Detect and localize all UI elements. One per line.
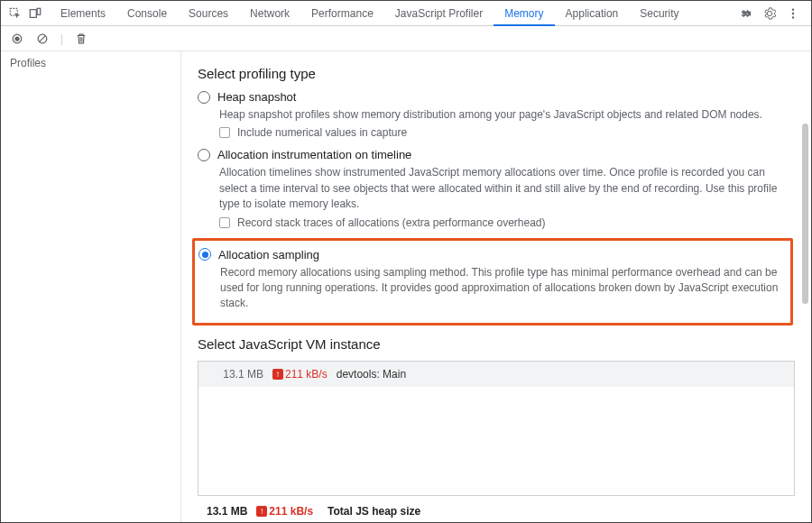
delete-icon[interactable]: [74, 32, 88, 46]
arrow-up-icon: ↑: [256, 506, 267, 517]
footer-mem: 13.1 MB: [207, 505, 247, 518]
main-content[interactable]: Select profiling type Heap snapshot Heap…: [181, 51, 811, 522]
kebab-menu-icon[interactable]: [786, 6, 800, 21]
more-tabs-icon[interactable]: [739, 6, 753, 21]
heap-summary-row: 13.1 MB ↑ 211 kB/s Total JS heap size: [207, 505, 795, 518]
devtools-window: Elements Console Sources Network Perform…: [0, 0, 812, 523]
profiles-sidebar: Profiles: [1, 51, 181, 522]
vm-instance-heading: Select JavaScript VM instance: [198, 336, 795, 352]
radio-heap-snapshot[interactable]: [198, 91, 210, 104]
vm-mem: 13.1 MB: [208, 368, 263, 381]
svg-point-5: [792, 16, 794, 18]
settings-gear-icon[interactable]: [762, 6, 777, 21]
svg-point-4: [792, 12, 794, 14]
radio-allocation-timeline[interactable]: [198, 149, 210, 161]
option-label[interactable]: Allocation sampling: [218, 248, 319, 262]
memory-toolbar: |: [1, 26, 811, 51]
device-toolbar-icon[interactable]: [28, 6, 42, 21]
tab-security[interactable]: Security: [629, 1, 689, 26]
panel-body: Profiles Select profiling type Heap snap…: [1, 51, 811, 522]
vm-instance-row[interactable]: 13.1 MB ↑ 211 kB/s devtools: Main: [198, 362, 794, 387]
tab-elements[interactable]: Elements: [50, 1, 116, 26]
footer-label: Total JS heap size: [328, 505, 420, 518]
svg-rect-1: [30, 9, 36, 17]
tab-sources[interactable]: Sources: [178, 1, 239, 26]
record-icon[interactable]: [10, 32, 24, 46]
sidebar-title: Profiles: [10, 57, 171, 69]
tab-console[interactable]: Console: [116, 1, 178, 26]
option-allocation-timeline: Allocation instrumentation on timeline A…: [198, 148, 795, 228]
vm-name: devtools: Main: [337, 368, 406, 381]
subopt-label[interactable]: Record stack traces of allocations (extr…: [237, 216, 546, 229]
option-desc: Heap snapshot profiles show memory distr…: [219, 107, 795, 123]
panel-tabbar: Elements Console Sources Network Perform…: [1, 1, 811, 26]
tab-memory[interactable]: Memory: [494, 1, 554, 26]
tab-application[interactable]: Application: [555, 1, 630, 26]
radio-allocation-sampling[interactable]: [198, 248, 211, 261]
arrow-up-icon: ↑: [272, 369, 283, 380]
inspect-element-icon[interactable]: [8, 6, 23, 21]
checkbox-record-stack[interactable]: [219, 217, 230, 228]
tab-performance[interactable]: Performance: [300, 1, 384, 26]
svg-rect-2: [37, 8, 41, 14]
option-allocation-sampling: Allocation sampling Record memory alloca…: [192, 238, 793, 326]
tab-javascript-profiler[interactable]: JavaScript Profiler: [384, 1, 494, 26]
svg-line-9: [40, 35, 46, 41]
option-desc: Record memory allocations using sampling…: [220, 265, 783, 312]
option-desc: Allocation timelines show instrumented J…: [219, 165, 795, 212]
svg-point-7: [14, 36, 19, 41]
profiling-type-heading: Select profiling type: [198, 66, 795, 81]
svg-point-3: [792, 8, 794, 10]
vm-rate: ↑ 211 kB/s: [272, 368, 328, 381]
option-heap-snapshot: Heap snapshot Heap snapshot profiles sho…: [198, 90, 795, 139]
footer-rate: ↑ 211 kB/s: [256, 505, 313, 518]
scrollbar-thumb[interactable]: [802, 124, 808, 304]
tabbar-left-icons: [5, 6, 50, 21]
footer-rate-value: 211 kB/s: [269, 505, 313, 518]
tab-network[interactable]: Network: [239, 1, 300, 26]
vm-instance-list: 13.1 MB ↑ 211 kB/s devtools: Main: [198, 361, 795, 496]
option-label[interactable]: Allocation instrumentation on timeline: [217, 148, 411, 161]
option-label[interactable]: Heap snapshot: [217, 90, 296, 104]
clear-icon[interactable]: [35, 32, 50, 46]
subopt-label[interactable]: Include numerical values in capture: [237, 126, 407, 139]
checkbox-include-numerical[interactable]: [219, 127, 230, 138]
vm-rate-value: 211 kB/s: [285, 368, 328, 381]
